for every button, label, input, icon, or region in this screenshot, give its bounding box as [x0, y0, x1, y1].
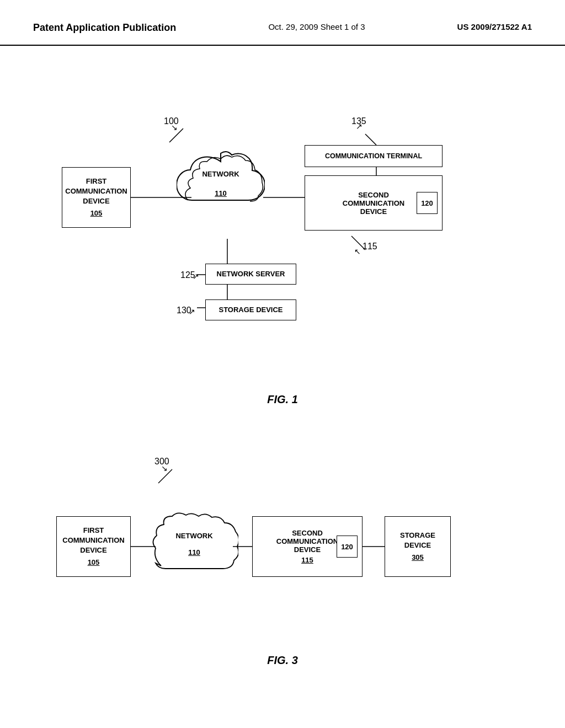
fig1-caption: FIG. 1	[0, 393, 565, 406]
fig1-container: 100 ↘ FIRST COMMUNICATION DEVICE 105 NET…	[34, 79, 531, 388]
fig1-second-comm-device: SECOND COMMUNICATION DEVICE 120	[305, 175, 443, 231]
fig1-115-label: 115	[363, 242, 377, 251]
fig1-first-comm-device: FIRST COMMUNICATION DEVICE 105	[62, 167, 131, 228]
fig1-svg	[34, 79, 531, 388]
fig3-caption: FIG. 3	[0, 654, 565, 667]
fig3-container: 300 ↘ FIRST COMMUNICATION DEVICE 105 NET…	[34, 439, 531, 649]
fig3-first-comm-device: FIRST COMMUNICATION DEVICE 105	[56, 516, 131, 577]
page-header: Patent Application Publication Oct. 29, …	[0, 0, 565, 46]
header-center: Oct. 29, 2009 Sheet 1 of 3	[268, 22, 365, 31]
header-right: US 2009/271522 A1	[457, 22, 532, 31]
fig1-storage-device: STORAGE DEVICE	[205, 299, 296, 320]
fig1-comm-terminal: COMMUNICATION TERMINAL	[305, 145, 443, 167]
fig1-network-server: NETWORK SERVER	[205, 264, 296, 285]
header-left: Patent Application Publication	[33, 22, 176, 34]
fig1-arrow-indicator: ↘	[171, 123, 178, 132]
fig3-network-cloud: NETWORK 110	[150, 511, 238, 591]
fig3-storage-device: STORAGE DEVICE 305	[385, 516, 451, 577]
fig1-network-cloud: NETWORK 110	[177, 151, 265, 236]
svg-line-7	[365, 134, 376, 145]
fig3-second-comm-device: SECOND COMMUNICATION DEVICE 115 120	[252, 516, 363, 577]
